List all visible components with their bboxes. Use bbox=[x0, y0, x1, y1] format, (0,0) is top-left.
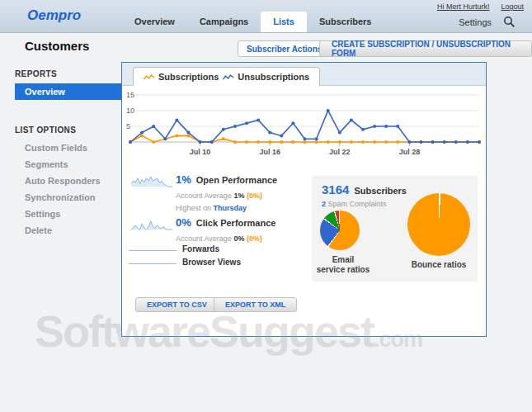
legend-unsubscriptions-label: Unsubscriptions bbox=[238, 72, 309, 82]
user-greeting-link[interactable]: Hi Mert Hurturk! bbox=[437, 2, 490, 11]
sidebar-section-reports: REPORTS bbox=[15, 69, 57, 78]
click-performance-label: Click Performance bbox=[196, 218, 276, 228]
sidebar-item-segments[interactable]: Segments bbox=[15, 156, 121, 173]
export-to-csv-button[interactable]: EXPORT TO CSV bbox=[135, 297, 219, 312]
app-header: Oempro OverviewCampaignsListsSubscribers… bbox=[0, 0, 532, 33]
svg-text:Jul 10: Jul 10 bbox=[190, 148, 211, 156]
settings-link[interactable]: Settings bbox=[459, 17, 492, 27]
legend-subscriptions-label: Subscriptions bbox=[158, 72, 219, 82]
forwards-label: Forwards bbox=[182, 244, 219, 253]
page-title: Customers bbox=[25, 39, 89, 53]
nav-tab-overview[interactable]: Overview bbox=[122, 12, 187, 32]
open-highest-on: Highest on Thursday bbox=[176, 204, 247, 212]
open-account-average: Account Average 1% (0%) bbox=[176, 192, 262, 200]
svg-text:Jul 28: Jul 28 bbox=[399, 148, 421, 156]
oempro-app: Oempro OverviewCampaignsListsSubscribers… bbox=[0, 0, 532, 412]
email-service-ratios-caption: Emailservice ratios bbox=[307, 255, 379, 275]
nav-tab-subscribers[interactable]: Subscribers bbox=[307, 12, 384, 32]
legend-subscriptions: Subscriptions bbox=[144, 72, 219, 82]
sidebar-item-delete[interactable]: Delete bbox=[15, 222, 121, 239]
logout-link[interactable]: Logout bbox=[501, 2, 524, 11]
forwards-flatline bbox=[129, 243, 177, 251]
subscribers-count-line: 3164 Subscribers bbox=[322, 182, 407, 197]
sidebar-item-settings[interactable]: Settings bbox=[15, 206, 121, 222]
sidebar-items: Overview bbox=[15, 83, 121, 100]
bounce-ratios-caption: Bounce ratios bbox=[401, 260, 477, 270]
legend-unsubscriptions: Unsubscriptions bbox=[223, 72, 309, 82]
open-account-average-value: 1% bbox=[233, 192, 244, 200]
subscribers-label: Subscribers bbox=[354, 186, 407, 196]
chart-tabstrip: Subscriptions Unsubscriptions bbox=[122, 63, 486, 86]
export-to-xml-button[interactable]: EXPORT TO XML bbox=[214, 297, 297, 312]
highest-on-label: Highest on bbox=[176, 204, 211, 212]
subscribers-summary-box: 3164 Subscribers 2 Spam Complaints Email… bbox=[312, 176, 478, 282]
subscriptions-line-chart: 51015Jul 10Jul 16Jul 22Jul 28 bbox=[125, 89, 484, 168]
nav-tab-campaigns[interactable]: Campaigns bbox=[187, 12, 261, 32]
sidebar-items: Custom FieldsSegmentsAuto RespondersSync… bbox=[15, 140, 121, 239]
subscriptions-sparkline-icon bbox=[144, 73, 155, 81]
open-performance-stat: 1% Open Performance bbox=[176, 173, 277, 186]
svg-text:5: 5 bbox=[126, 122, 130, 130]
open-account-average-alt: (0%) bbox=[247, 192, 262, 200]
svg-text:Jul 16: Jul 16 bbox=[259, 148, 280, 156]
click-performance-sparkline bbox=[131, 218, 172, 232]
svg-text:Jul 22: Jul 22 bbox=[329, 148, 351, 156]
create-subscription-form-button[interactable]: CREATE SUBSCRIPTION / UNSUBSCRIPTION FOR… bbox=[319, 40, 532, 57]
highest-on-value[interactable]: Thursday bbox=[214, 204, 247, 212]
tab-subscriptions-unsubscriptions[interactable]: Subscriptions Unsubscriptions bbox=[133, 67, 320, 86]
subscriber-actions-label: Subscriber Actions bbox=[247, 45, 322, 54]
svg-text:15: 15 bbox=[126, 91, 134, 99]
sidebar-item-custom-fields[interactable]: Custom Fields bbox=[15, 140, 121, 156]
sidebar-item-overview[interactable]: Overview bbox=[15, 83, 121, 100]
browser-views-label: Browser Views bbox=[182, 258, 241, 267]
svg-text:10: 10 bbox=[126, 107, 134, 115]
search-icon[interactable] bbox=[503, 16, 516, 28]
forwards-row: Forwards bbox=[129, 242, 219, 251]
user-links: Hi Mert Hurturk! Logout bbox=[437, 2, 524, 11]
sidebar-section-list-options: LIST OPTIONS bbox=[15, 125, 76, 135]
subscribers-count: 3164 bbox=[322, 182, 349, 197]
sidebar-item-synchronization[interactable]: Synchronization bbox=[15, 189, 121, 206]
browser-views-flatline bbox=[129, 256, 177, 264]
settings-area: Settings bbox=[459, 16, 516, 28]
click-performance-value: 0% bbox=[176, 216, 191, 229]
open-performance-value: 1% bbox=[176, 173, 191, 186]
click-account-average-alt: (0%) bbox=[247, 234, 262, 243]
spam-complaints-count: 2 bbox=[322, 200, 326, 208]
unsubscriptions-sparkline-icon bbox=[223, 73, 234, 81]
click-performance-stat: 0% Click Performance bbox=[176, 216, 275, 229]
bounce-ratios-pie bbox=[407, 193, 470, 256]
app-logo[interactable]: Oempro bbox=[27, 7, 81, 24]
spam-complaints-label: Spam Complaints bbox=[328, 200, 387, 208]
open-performance-label: Open Performance bbox=[196, 175, 277, 185]
main-nav: OverviewCampaignsListsSubscribers bbox=[122, 12, 384, 32]
click-account-average-value: 0% bbox=[233, 234, 244, 243]
report-panel: Subscriptions Unsubscriptions 51015Jul 1… bbox=[121, 62, 487, 337]
sidebar-item-auto-responders[interactable]: Auto Responders bbox=[15, 173, 121, 189]
open-account-average-label: Account Average bbox=[176, 192, 232, 200]
browser-views-row: Browser Views bbox=[129, 255, 241, 264]
email-service-ratios-pie bbox=[320, 211, 360, 250]
nav-tab-lists[interactable]: Lists bbox=[261, 12, 307, 32]
spam-complaints-line: 2 Spam Complaints bbox=[322, 200, 387, 208]
open-performance-sparkline bbox=[131, 175, 172, 189]
